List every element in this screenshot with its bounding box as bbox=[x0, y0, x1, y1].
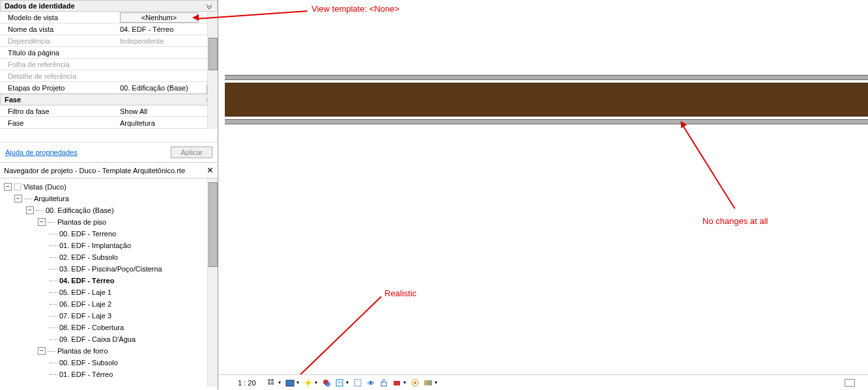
collapse-toggle[interactable]: − bbox=[38, 347, 46, 355]
svg-point-19 bbox=[414, 382, 416, 384]
svg-rect-2 bbox=[271, 379, 274, 382]
tree-plan-item-active[interactable]: 04. EDF - Térreo bbox=[3, 275, 218, 286]
properties-footer: Ajuda de propriedades Aplicar bbox=[0, 142, 218, 162]
visual-style-icon[interactable] bbox=[285, 378, 295, 388]
apply-button[interactable]: Aplicar bbox=[171, 146, 212, 158]
chevron-down-icon[interactable]: ▾ bbox=[346, 380, 349, 385]
tree-label[interactable]: 08. EDF - Cobertura bbox=[59, 324, 124, 331]
chevron-down-icon[interactable]: ▾ bbox=[435, 380, 437, 385]
tree-label[interactable]: 05. EDF - Laje 1 bbox=[59, 288, 111, 296]
unlock-icon[interactable] bbox=[379, 378, 389, 388]
shadows-icon[interactable] bbox=[321, 378, 332, 388]
tree-ceiling-item[interactable]: 00. EDF - Subsolo bbox=[3, 357, 218, 369]
tree-plan-item[interactable]: 09. EDF - Caixa D'Água bbox=[3, 333, 218, 345]
svg-rect-16 bbox=[381, 382, 386, 386]
tree-label[interactable]: Arquitetura bbox=[34, 195, 69, 202]
tree-label[interactable]: 04. EDF - Térreo bbox=[59, 277, 114, 285]
collapse-toggle[interactable]: − bbox=[14, 195, 22, 202]
tree-plan-item[interactable]: 05. EDF - Laje 1 bbox=[3, 286, 218, 298]
prop-value[interactable]: 04. EDF - Térreo bbox=[117, 25, 218, 33]
tree-ceiling-plans[interactable]: − Plantas de forro bbox=[3, 345, 218, 357]
tree-plan-item[interactable]: 02. EDF - Subsolo bbox=[3, 251, 218, 263]
prop-ref-detail: Detalhe de referência bbox=[0, 70, 218, 82]
chevron-down-icon[interactable]: ▾ bbox=[315, 380, 317, 385]
viewbar-right-toggle[interactable] bbox=[845, 379, 855, 387]
prop-ref-sheet: Folha de referência bbox=[0, 59, 218, 70]
prop-label: Detalhe de referência bbox=[0, 72, 117, 80]
tree-branch bbox=[50, 281, 57, 281]
close-icon[interactable]: ✕ bbox=[207, 165, 214, 175]
tree-ceiling-item[interactable]: 01. EDF - Térreo bbox=[3, 369, 218, 380]
tree-label[interactable]: 01. EDF - Implantação bbox=[59, 242, 131, 249]
tree-label[interactable]: 06. EDF - Laje 2 bbox=[59, 300, 111, 308]
prop-value[interactable]: 00. Edificação (Base) bbox=[117, 84, 218, 92]
prop-value[interactable]: Show All bbox=[117, 107, 218, 115]
tree-label[interactable]: 00. EDF - Subsolo bbox=[59, 359, 118, 367]
prop-label: Etapas do Projeto bbox=[0, 84, 117, 92]
project-browser-header: Navegador de projeto - Duco - Template A… bbox=[0, 162, 218, 178]
tree-plan-item[interactable]: 00. EDF - Terreno bbox=[3, 228, 218, 240]
tree-label[interactable]: 01. EDF - Térreo bbox=[59, 370, 113, 378]
project-browser-title: Navegador de projeto - Duco - Template A… bbox=[4, 167, 185, 174]
section-phase[interactable]: Fase bbox=[0, 94, 218, 105]
tree-label[interactable]: Vistas (Duco) bbox=[23, 183, 66, 191]
tree-root[interactable]: − Vistas (Duco) bbox=[3, 181, 218, 193]
detail-level-icon[interactable] bbox=[267, 378, 277, 388]
worksharing-icon[interactable] bbox=[423, 378, 433, 388]
tree-label[interactable]: Plantas de piso bbox=[57, 218, 106, 226]
tree-label[interactable]: Plantas de forro bbox=[57, 347, 108, 355]
prop-project-stage: Etapas do Projeto 00. Edificação (Base) bbox=[0, 82, 218, 94]
arrow-head-icon bbox=[192, 14, 199, 21]
view-scale[interactable]: 1 : 20 bbox=[238, 379, 256, 387]
wall-core bbox=[225, 83, 868, 117]
tree-label[interactable]: 00. Edificação (Base) bbox=[46, 206, 114, 214]
tree-plan-item[interactable]: 01. EDF - Implantação bbox=[3, 240, 218, 251]
tree-plan-item[interactable]: 07. EDF - Laje 3 bbox=[3, 310, 218, 322]
tree-label[interactable]: 02. EDF - Subsolo bbox=[59, 253, 118, 261]
tree-label[interactable]: 09. EDF - Caixa D'Água bbox=[59, 335, 136, 343]
collapse-toggle[interactable]: − bbox=[4, 183, 12, 191]
show-crop-icon[interactable] bbox=[366, 378, 376, 388]
tree-label[interactable]: 07. EDF - Laje 3 bbox=[59, 312, 111, 320]
section-identity[interactable]: Dados de identidade bbox=[0, 0, 218, 12]
wall-section bbox=[225, 75, 868, 127]
prop-label: Folha de referência bbox=[0, 61, 117, 68]
tree-floor-plans[interactable]: − Plantas de piso bbox=[3, 216, 218, 228]
annotation-realistic: Realistic bbox=[384, 288, 416, 298]
wall-layer bbox=[225, 119, 868, 124]
tree-branch bbox=[24, 199, 32, 199]
view-template-button[interactable]: <Nenhum> bbox=[120, 12, 198, 23]
collapse-toggle[interactable]: − bbox=[38, 218, 46, 226]
reveal-hidden-icon[interactable] bbox=[410, 378, 420, 388]
svg-rect-13 bbox=[336, 380, 343, 386]
prop-label: Filtro da fase bbox=[0, 107, 117, 115]
sun-path-icon[interactable] bbox=[303, 378, 313, 388]
drawing-canvas[interactable] bbox=[218, 0, 868, 374]
properties-palette: Dados de identidade Modelo de vista <Nen… bbox=[0, 0, 218, 162]
tree-base[interactable]: − 00. Edificação (Base) bbox=[3, 204, 218, 216]
temporary-hide-icon[interactable] bbox=[392, 378, 402, 388]
tree-label[interactable]: 00. EDF - Terreno bbox=[59, 230, 116, 238]
tree-arquitetura[interactable]: − Arquitetura bbox=[3, 193, 218, 204]
collapse-icon[interactable] bbox=[205, 2, 214, 11]
chevron-down-icon[interactable]: ▾ bbox=[297, 380, 299, 385]
properties-scrollbar[interactable] bbox=[207, 12, 218, 129]
tree-plan-item[interactable]: 03. EDF - Piscina/Poço/Cisterna bbox=[3, 263, 218, 275]
scrollbar-thumb[interactable] bbox=[209, 38, 218, 70]
annotation-no-changes: No changes at all bbox=[702, 216, 768, 226]
project-browser-tree: − Vistas (Duco) − Arquitetura − 00. Edif… bbox=[0, 178, 218, 387]
tree-scrollbar[interactable] bbox=[207, 178, 218, 387]
prop-label: Dependência bbox=[0, 37, 117, 45]
chevron-down-icon[interactable]: ▾ bbox=[403, 380, 406, 385]
tree-plan-item[interactable]: 06. EDF - Laje 2 bbox=[3, 298, 218, 310]
tree-label[interactable]: 03. EDF - Piscina/Poço/Cisterna bbox=[59, 265, 162, 273]
scrollbar-thumb[interactable] bbox=[209, 182, 218, 267]
svg-point-12 bbox=[325, 382, 330, 387]
collapse-toggle[interactable]: − bbox=[26, 206, 34, 214]
prop-value[interactable]: Arquitetura bbox=[117, 119, 218, 127]
properties-help-link[interactable]: Ajuda de propriedades bbox=[5, 148, 78, 156]
crop-view-icon[interactable] bbox=[353, 378, 363, 388]
rendering-icon[interactable] bbox=[334, 378, 345, 388]
chevron-down-icon[interactable]: ▾ bbox=[278, 380, 281, 385]
tree-plan-item[interactable]: 08. EDF - Cobertura bbox=[3, 322, 218, 333]
